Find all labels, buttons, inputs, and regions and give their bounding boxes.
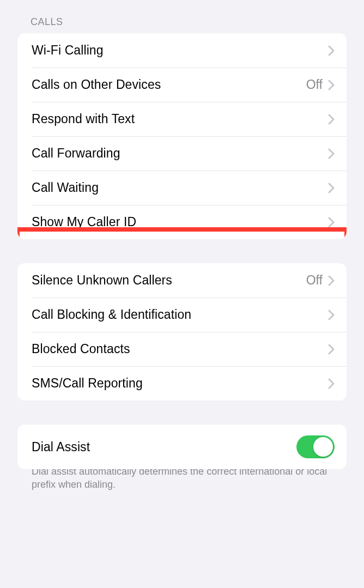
- row-respond-with-text[interactable]: Respond with Text: [17, 102, 347, 136]
- chevron-right-icon: [328, 275, 335, 286]
- row-call-waiting[interactable]: Call Waiting: [17, 171, 347, 205]
- row-label: Wi-Fi Calling: [32, 43, 104, 58]
- row-label: Silence Unknown Callers: [32, 273, 172, 288]
- chevron-right-icon: [328, 148, 335, 159]
- chevron-right-icon: [328, 344, 335, 355]
- row-blocked-contacts[interactable]: Blocked Contacts: [17, 332, 347, 366]
- row-label: Blocked Contacts: [32, 342, 130, 356]
- row-sms-call-reporting[interactable]: SMS/Call Reporting: [17, 366, 347, 401]
- section-header-calls: Calls: [17, 11, 347, 33]
- row-label: Calls on Other Devices: [32, 77, 161, 92]
- row-call-blocking-identification[interactable]: Call Blocking & Identification: [17, 298, 347, 332]
- row-label: Show My Caller ID: [32, 215, 136, 229]
- row-label: Call Forwarding: [32, 146, 120, 161]
- row-label: Respond with Text: [32, 112, 135, 126]
- group-calls: Wi-Fi Calling Calls on Other Devices Off…: [17, 33, 347, 239]
- chevron-right-icon: [328, 114, 335, 125]
- chevron-right-icon: [328, 183, 335, 193]
- row-label: SMS/Call Reporting: [32, 376, 143, 391]
- row-label: Call Blocking & Identification: [32, 307, 191, 322]
- chevron-right-icon: [328, 217, 335, 228]
- row-value: Off: [306, 273, 323, 288]
- row-silence-unknown-callers[interactable]: Silence Unknown Callers Off: [17, 263, 347, 298]
- group-silence-blocking: Silence Unknown Callers Off Call Blockin…: [17, 263, 347, 401]
- chevron-right-icon: [328, 310, 335, 320]
- group-dial-assist: Dial Assist: [17, 425, 347, 469]
- row-value: Off: [306, 77, 323, 92]
- row-calls-other-devices[interactable]: Calls on Other Devices Off: [17, 68, 347, 102]
- chevron-right-icon: [328, 45, 335, 56]
- row-show-my-caller-id[interactable]: Show My Caller ID: [17, 205, 347, 239]
- toggle-knob: [313, 437, 333, 457]
- toggle-dial-assist[interactable]: [296, 435, 335, 458]
- chevron-right-icon: [328, 378, 335, 389]
- row-call-forwarding[interactable]: Call Forwarding: [17, 136, 347, 171]
- settings-container: Calls Wi-Fi Calling Calls on Other Devic…: [0, 0, 364, 513]
- row-dial-assist[interactable]: Dial Assist: [17, 425, 347, 469]
- chevron-right-icon: [328, 80, 335, 90]
- row-label: Dial Assist: [32, 440, 90, 454]
- row-wifi-calling[interactable]: Wi-Fi Calling: [17, 33, 347, 68]
- row-label: Call Waiting: [32, 180, 99, 195]
